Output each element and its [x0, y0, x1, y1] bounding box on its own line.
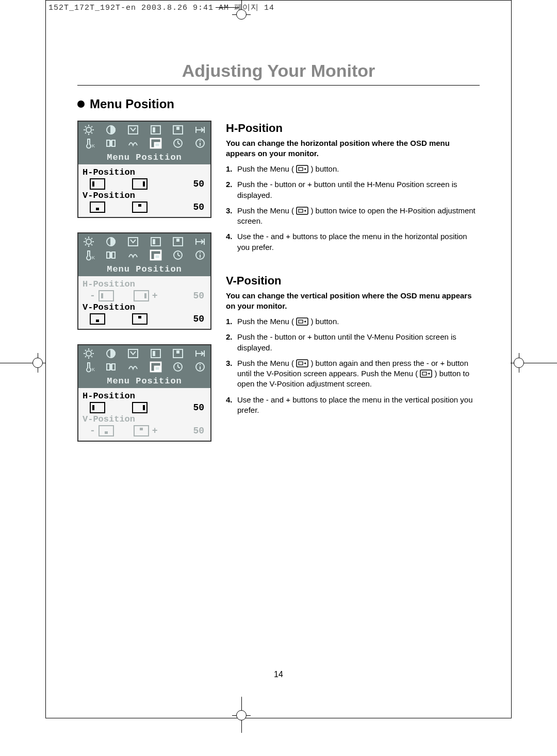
image-lock-icon: [126, 124, 140, 136]
svg-point-58: [86, 351, 91, 356]
svg-line-5: [85, 126, 86, 127]
page: 152T_172T_192T-en 2003.8.26 9:41 AM 페이지 …: [0, 0, 557, 756]
menu-button-icon: [296, 317, 308, 326]
osd-menu-label: Menu Position: [78, 263, 210, 276]
osd-v-control: 50: [83, 201, 206, 213]
svg-line-34: [85, 238, 86, 239]
step-item: 4.Use the - and + buttons to place the m…: [226, 395, 480, 416]
osd-h-control: 50: [83, 178, 206, 190]
osd-h-control-active: - + 50: [83, 290, 206, 301]
v-position-steps: 1.Push the Menu ( ) button. 2.Push the -…: [226, 316, 480, 415]
v-up-icon: [132, 201, 148, 213]
svg-rect-41: [153, 239, 155, 244]
step-text: Push the Menu ( ) button twice to open t…: [237, 206, 480, 227]
image-lock-icon: [126, 236, 140, 248]
svg-line-37: [91, 238, 92, 239]
language-icon: [126, 137, 140, 149]
osd-v-label: V-Position: [83, 191, 206, 200]
svg-point-28: [200, 140, 201, 141]
brightness-icon: [81, 124, 96, 136]
v-up-icon: [134, 425, 149, 436]
display-time-icon: [171, 137, 185, 149]
osd-h-value: 50: [193, 402, 206, 413]
info-icon: [193, 361, 207, 373]
svg-rect-72: [176, 350, 179, 354]
osd-h-control: 50: [83, 402, 206, 413]
two-column-layout: K Menu Position H-Position: [77, 121, 480, 442]
crop-left-mark: [32, 358, 43, 368]
menu-button-icon: [296, 165, 308, 173]
minus-sign: -: [90, 426, 95, 436]
instructions-column: H-Position You can change the horizontal…: [226, 121, 480, 442]
language-icon: [126, 361, 140, 373]
section-heading: Menu Position: [77, 97, 480, 111]
color-temp-icon: K: [81, 249, 96, 261]
osd-v-value: 50: [193, 426, 206, 436]
v-position-desc: You can change the vertical position whe…: [226, 291, 480, 312]
crop-header-rule: [216, 7, 239, 8]
svg-point-57: [200, 252, 201, 253]
osd-panel-v-active: K Menu Position H-Position: [77, 344, 211, 442]
h-right-icon: [132, 178, 148, 190]
svg-rect-39: [128, 238, 138, 246]
svg-rect-43: [176, 239, 179, 242]
svg-rect-20: [112, 140, 115, 146]
menu-position-icon: [149, 137, 163, 149]
svg-point-29: [86, 239, 91, 244]
menu-button-icon: [296, 359, 308, 367]
step-text: Push the - button or + button until the …: [237, 179, 480, 200]
svg-line-83: [178, 367, 180, 368]
crop-top-mark: [236, 9, 247, 20]
contrast-icon: [104, 236, 118, 248]
svg-line-63: [85, 350, 86, 351]
osd-v-value: 50: [193, 202, 206, 212]
display-time-icon: [171, 361, 185, 373]
h-position-icon: [149, 124, 163, 136]
svg-line-54: [178, 255, 180, 256]
menu-button-icon: [296, 207, 308, 215]
step-item: 4.Use the - and + buttons to place the m…: [226, 231, 480, 253]
color-control-icon: [104, 249, 118, 261]
plus-sign: +: [152, 426, 158, 436]
v-position-icon: [171, 236, 185, 248]
v-up-icon: [132, 313, 148, 325]
h-position-icon: [149, 236, 163, 248]
step-item: 3.Push the Menu ( ) button twice to open…: [226, 206, 480, 227]
v-down-icon: [90, 313, 105, 325]
page-title: Adjusting Your Monitor: [77, 61, 480, 86]
page-number: 14: [77, 670, 480, 679]
osd-v-control-active: - + 50: [83, 425, 206, 436]
svg-point-86: [200, 364, 201, 365]
osd-body: H-Position - + 50 V-Position: [78, 276, 210, 329]
h-position-desc: You can change the horizontal position w…: [226, 138, 480, 159]
step-item: 3.Push the Menu ( ) button again and the…: [226, 358, 480, 390]
osd-icon-grid: K: [78, 233, 210, 263]
svg-line-25: [178, 143, 180, 144]
svg-rect-40: [151, 238, 160, 246]
svg-rect-69: [151, 349, 160, 358]
svg-text:K: K: [92, 367, 95, 372]
osd-h-value: 50: [193, 291, 206, 301]
svg-line-6: [91, 132, 92, 133]
h-left-icon: [90, 178, 105, 190]
language-icon: [126, 249, 140, 261]
svg-rect-80: [155, 366, 160, 371]
osd-menu-label: Menu Position: [78, 152, 210, 164]
h-position-heading: H-Position: [226, 121, 480, 136]
osd-v-value: 50: [193, 314, 206, 324]
h-left-icon: [90, 402, 105, 413]
v-position-icon: [171, 124, 185, 136]
osd-h-label: H-Position: [83, 391, 206, 401]
contrast-icon: [104, 124, 118, 136]
h-right-icon: [134, 290, 149, 301]
osd-body: H-Position 50 V-Position: [78, 164, 210, 217]
v-position-icon: [171, 347, 185, 360]
svg-rect-68: [128, 349, 138, 358]
step-item: 2.Push the - button or + button until th…: [226, 332, 480, 353]
h-right-icon: [132, 402, 148, 413]
menu-position-icon: [149, 249, 163, 261]
crop-right-mark: [514, 358, 524, 368]
svg-rect-78: [112, 364, 115, 370]
svg-rect-49: [112, 252, 115, 258]
color-temp-icon: K: [81, 137, 96, 149]
